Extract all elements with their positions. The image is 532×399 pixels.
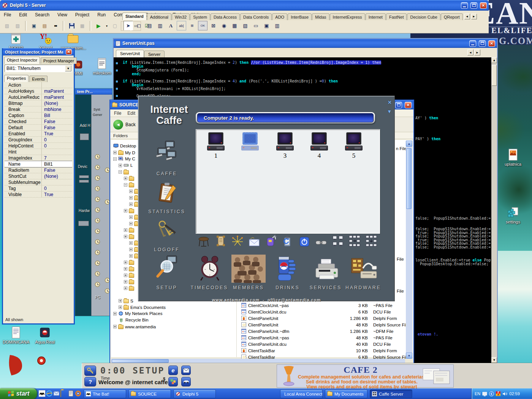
combobox-icon[interactable]: ▧: [241, 21, 250, 30]
collapse-icon[interactable]: [113, 157, 117, 161]
expand-icon[interactable]: [129, 190, 133, 193]
file-row[interactable]: ClientPanelUnit.dcu40 KBDCU File: [241, 342, 391, 347]
computer-item-3[interactable]: 3: [276, 132, 294, 159]
palette-tab[interactable]: ADO: [272, 13, 287, 20]
property-row[interactable]: DefaultFalse: [5, 125, 72, 131]
menu-file[interactable]: File: [114, 111, 121, 116]
menu-edit[interactable]: Edit: [127, 111, 135, 116]
tree-item-desktop[interactable]: Desktop: [113, 144, 136, 148]
property-row[interactable]: RadioItemFalse: [5, 167, 72, 173]
card-reader-icon[interactable]: [265, 235, 277, 247]
browser-icon[interactable]: e: [168, 366, 178, 375]
property-row[interactable]: CaptionBill: [5, 112, 72, 119]
fragment-titlebar[interactable]: tem Pr...: [75, 89, 112, 95]
collapse-icon[interactable]: [119, 170, 122, 174]
palette-scroll-left-icon[interactable]: ◄: [464, 14, 470, 19]
members-icon[interactable]: [231, 254, 266, 283]
palette-tab[interactable]: System: [190, 13, 210, 20]
tree-item[interactable]: [124, 234, 134, 239]
tree-item-network-places[interactable]: My Network Places: [113, 311, 162, 316]
expand-icon[interactable]: [113, 325, 117, 328]
expand-icon[interactable]: [129, 241, 133, 245]
clipboard-sync-icon[interactable]: [282, 236, 294, 248]
property-row[interactable]: Bitmap(None): [5, 100, 72, 106]
tab-project-manager[interactable]: Project Manager: [41, 57, 77, 64]
paste-icon[interactable]: ▤: [40, 21, 49, 31]
keys-icon[interactable]: [84, 366, 96, 376]
computers-panel[interactable]: 1 3 4 5: [196, 129, 380, 234]
tree-item[interactable]: [124, 273, 134, 278]
expand-icon[interactable]: [124, 274, 127, 277]
property-row[interactable]: EnabledTrue: [5, 131, 72, 137]
expand-icon[interactable]: [124, 280, 127, 283]
tab-object-inspector[interactable]: Object Inspector: [4, 57, 40, 64]
close-button[interactable]: [488, 40, 495, 47]
pause-icon[interactable]: ▢: [110, 21, 120, 31]
oi-titlebar[interactable]: Object Inspector, Project Ma...: [3, 48, 74, 55]
menu-file[interactable]: File: [3, 12, 12, 18]
tree-item[interactable]: [124, 286, 134, 291]
palette-tab[interactable]: Data Controls: [240, 13, 272, 20]
toolbar-icon[interactable]: ▨: [13, 21, 22, 31]
scrollbar-icon[interactable]: ▭: [251, 21, 261, 30]
tree-item-localdisk[interactable]: L: [119, 163, 133, 168]
save-icon[interactable]: [67, 21, 76, 31]
scrollbar-thumb[interactable]: [112, 359, 169, 363]
label-icon[interactable]: A: [166, 21, 176, 30]
radiobutton-icon[interactable]: ◉: [219, 21, 229, 30]
file-row[interactable]: ClientPanelUnit48 KBDelphi Source File: [241, 322, 409, 327]
memo-icon[interactable]: ≡: [187, 21, 197, 30]
tree-item-mydocuments[interactable]: My D: [113, 150, 135, 155]
scroll-up-icon[interactable]: ▲: [406, 141, 412, 147]
edit-icon[interactable]: ab|: [177, 21, 186, 30]
computer-item-1[interactable]: 1: [207, 132, 225, 159]
taskbar-button-mydocuments[interactable]: My Documents: [325, 390, 367, 398]
menu-run[interactable]: Run: [97, 12, 106, 18]
setup-icon[interactable]: [155, 255, 178, 278]
bottom-item-timecodes[interactable]: TIMECODES: [187, 285, 232, 290]
frames-icon[interactable]: ◻: [134, 21, 144, 30]
property-row[interactable]: GroupIndex0: [5, 137, 72, 143]
power-icon[interactable]: [298, 236, 310, 248]
quicklaunch-outlook-icon[interactable]: [53, 390, 60, 397]
expand-icon[interactable]: [119, 299, 122, 302]
bottom-item-hardware[interactable]: HARDWARE: [340, 285, 386, 290]
combo-dropdown-icon[interactable]: ▼: [65, 65, 71, 71]
palette-tab[interactable]: Data Access: [211, 13, 240, 20]
menu-search[interactable]: Search: [34, 12, 50, 18]
minimize-button[interactable]: [469, 40, 476, 47]
table-icon[interactable]: [198, 236, 210, 248]
desktop-icon-antam[interactable]: www.antam...: [61, 32, 85, 50]
expand-icon[interactable]: [124, 261, 127, 264]
timecodes-icon[interactable]: [198, 255, 222, 283]
code-scrollbar[interactable]: ▲ ▼: [491, 57, 497, 363]
menu-project[interactable]: Project: [74, 12, 90, 18]
tray-clock[interactable]: 02:59: [509, 391, 520, 396]
start-button[interactable]: start: [0, 388, 37, 399]
property-row[interactable]: BreakmbNone: [5, 106, 72, 112]
property-row[interactable]: VisibleTrue: [5, 192, 72, 198]
actionlist-icon[interactable]: ▥: [272, 21, 282, 30]
expand-icon[interactable]: [124, 209, 127, 212]
sidebar-item-logoff[interactable]: LOGOFF: [144, 247, 190, 252]
property-row[interactable]: AutoLineReducmaParent: [5, 94, 72, 100]
scroll-down-icon[interactable]: ▼: [491, 357, 497, 363]
mail-icon[interactable]: [181, 366, 191, 375]
sidebar-item-setup[interactable]: SETUP: [144, 285, 190, 290]
file-row[interactable]: ClientPanelUnit.~pas48 KB~PAS File: [241, 335, 393, 340]
maximize-button[interactable]: [470, 2, 477, 9]
caffe-minimize-icon[interactable]: ▼: [387, 109, 392, 114]
palette-tab[interactable]: Midas: [312, 13, 329, 20]
help-icon[interactable]: ?: [84, 377, 96, 386]
property-row[interactable]: CheckedFalse: [5, 119, 72, 125]
palette-tab[interactable]: InternetExpress: [330, 13, 365, 20]
link-icon[interactable]: [315, 236, 327, 249]
expand-icon[interactable]: [119, 164, 122, 167]
language-indicator[interactable]: EN: [475, 391, 480, 396]
tree-item-recycle-bin[interactable]: Recycle Bin: [119, 318, 149, 322]
property-row[interactable]: SubMenuImage: [5, 179, 72, 185]
nav-back-icon[interactable]: ◄: [467, 49, 473, 55]
expand-icon[interactable]: [124, 267, 127, 271]
run-icon[interactable]: ▶: [94, 21, 103, 31]
taskbar-button-caffe-server[interactable]: Caffe Server: [370, 390, 412, 398]
